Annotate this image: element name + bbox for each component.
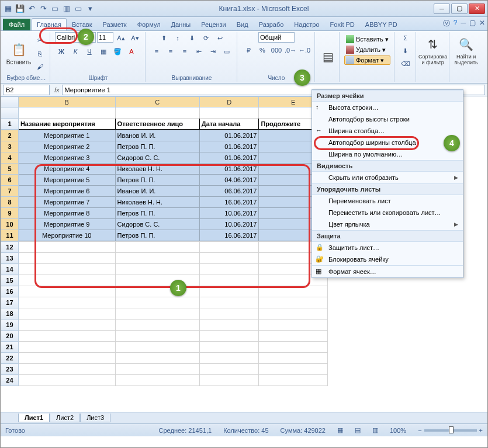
cell-person[interactable]: Николаев Н. Н. bbox=[115, 164, 199, 175]
empty-cell[interactable] bbox=[115, 297, 199, 308]
cell-person[interactable]: Сидоров С. С. bbox=[115, 219, 199, 230]
row-hdr[interactable]: 10 bbox=[1, 219, 19, 230]
minimize-button[interactable]: ─ bbox=[434, 4, 450, 14]
fx-label[interactable]: fx bbox=[52, 86, 62, 93]
cell-date[interactable]: 04.06.2017 bbox=[199, 175, 259, 186]
cell-name[interactable]: Мероприятие 2 bbox=[18, 141, 115, 152]
cell-person[interactable]: Иванов И. И. bbox=[115, 130, 199, 141]
tab-foxit[interactable]: Foxit PD bbox=[325, 18, 360, 30]
empty-cell[interactable] bbox=[115, 342, 199, 353]
qat-icon[interactable]: ▥ bbox=[61, 4, 72, 14]
menu-row-height[interactable]: ↕Высота строки… bbox=[312, 102, 463, 113]
cell-date[interactable]: 01.06.2017 bbox=[199, 141, 259, 152]
cell-person[interactable]: Петров П. П. bbox=[115, 208, 199, 219]
redo-icon[interactable]: ↷ bbox=[38, 4, 49, 14]
tab-formulas[interactable]: Формул bbox=[132, 18, 166, 30]
empty-cell[interactable] bbox=[199, 375, 259, 386]
cells-insert[interactable]: Вставить▾ bbox=[344, 34, 390, 44]
empty-cell[interactable] bbox=[18, 342, 115, 353]
row-hdr[interactable]: 16 bbox=[1, 286, 19, 297]
row-gap[interactable] bbox=[1, 107, 19, 119]
italic-icon[interactable]: К bbox=[69, 46, 82, 57]
empty-cell[interactable] bbox=[199, 331, 259, 342]
header-date[interactable]: Дата начала bbox=[199, 119, 259, 130]
empty-cell[interactable] bbox=[199, 353, 259, 364]
empty-cell[interactable] bbox=[199, 297, 259, 308]
col-c[interactable]: C bbox=[115, 97, 199, 107]
tab-layout[interactable]: Разметк bbox=[97, 18, 131, 30]
tab-data[interactable]: Данны bbox=[166, 18, 196, 30]
row-hdr[interactable]: 5 bbox=[1, 164, 19, 175]
tab-abbyy[interactable]: ABBYY PD bbox=[360, 18, 403, 30]
sheet-tab-3[interactable]: Лист3 bbox=[80, 414, 110, 422]
row-hdr[interactable]: 2 bbox=[1, 130, 19, 141]
empty-cell[interactable] bbox=[259, 375, 328, 386]
sort-filter-button[interactable]: ⇅ Сортировка и фильтр bbox=[421, 32, 445, 70]
empty-cell[interactable] bbox=[115, 275, 199, 286]
sheet-tab-1[interactable]: Лист1 bbox=[18, 414, 50, 422]
empty-cell[interactable] bbox=[115, 353, 199, 364]
maximize-button[interactable]: ▢ bbox=[451, 4, 468, 14]
autosum-icon[interactable]: Σ bbox=[399, 32, 412, 44]
font-color-icon[interactable]: A bbox=[125, 46, 138, 57]
menu-format-cells[interactable]: ▦Формат ячеек… bbox=[312, 265, 463, 277]
empty-cell[interactable] bbox=[199, 364, 259, 375]
align-left-icon[interactable]: ≡ bbox=[150, 46, 163, 57]
row-hdr[interactable]: 11 bbox=[1, 230, 19, 241]
empty-cell[interactable] bbox=[199, 253, 259, 264]
fill-icon[interactable]: ⬇ bbox=[399, 45, 412, 57]
cut-icon[interactable]: ✂ bbox=[33, 35, 46, 47]
name-box[interactable]: B2 bbox=[3, 85, 50, 95]
view-break-icon[interactable]: ▥ bbox=[372, 426, 378, 434]
number-format[interactable]: Общий bbox=[258, 32, 295, 43]
empty-cell[interactable] bbox=[259, 331, 328, 342]
percent-icon[interactable]: % bbox=[256, 44, 269, 56]
wrap-text-icon[interactable]: ↩ bbox=[213, 32, 226, 44]
empty-cell[interactable] bbox=[115, 242, 199, 253]
row-hdr[interactable]: 15 bbox=[1, 275, 19, 286]
comma-icon[interactable]: 000 bbox=[270, 44, 283, 56]
help-icon[interactable]: ? bbox=[454, 19, 458, 29]
tab-view[interactable]: Вид bbox=[231, 18, 254, 30]
empty-cell[interactable] bbox=[115, 319, 199, 331]
align-top-icon[interactable]: ⬆ bbox=[157, 32, 170, 44]
increase-indent-icon[interactable]: ⇥ bbox=[206, 46, 219, 57]
empty-cell[interactable] bbox=[259, 353, 328, 364]
decrease-decimal-icon[interactable]: ←.0 bbox=[298, 44, 311, 56]
qat-icon[interactable]: ▭ bbox=[73, 4, 84, 14]
row-hdr[interactable]: 4 bbox=[1, 152, 19, 164]
zoom-level[interactable]: 100% bbox=[390, 427, 406, 434]
close-button[interactable]: ✕ bbox=[469, 4, 485, 14]
column-headers[interactable]: B C D E bbox=[1, 97, 328, 107]
qat-icon[interactable]: ▭ bbox=[50, 4, 60, 14]
menu-tab-color[interactable]: Цвет ярлычка▶ bbox=[312, 218, 463, 230]
empty-cell[interactable] bbox=[115, 253, 199, 264]
file-tab[interactable]: Файл bbox=[3, 19, 30, 30]
empty-cell[interactable] bbox=[115, 331, 199, 342]
cell-date[interactable]: 01.06.2017 bbox=[199, 164, 259, 175]
undo-icon[interactable]: ↶ bbox=[26, 4, 37, 14]
cell-date[interactable]: 16.06.2017 bbox=[199, 197, 259, 208]
window-close-icon[interactable]: ✕ bbox=[479, 19, 485, 29]
empty-cell[interactable] bbox=[259, 297, 328, 308]
cell-date[interactable]: 16.06.2017 bbox=[199, 230, 259, 241]
zoom-out-icon[interactable]: − bbox=[418, 427, 421, 434]
row-hdr[interactable]: 23 bbox=[1, 364, 19, 375]
menu-protect-sheet[interactable]: 🔒Защитить лист… bbox=[312, 242, 463, 253]
cell-person[interactable]: Николаев Н. Н. bbox=[115, 197, 199, 208]
cell-date[interactable]: 06.06.2017 bbox=[199, 186, 259, 197]
tab-addins[interactable]: Надстро bbox=[289, 18, 324, 30]
empty-cell[interactable] bbox=[115, 264, 199, 275]
align-bottom-icon[interactable]: ⬇ bbox=[185, 32, 198, 44]
empty-cell[interactable] bbox=[199, 308, 259, 319]
empty-cell[interactable] bbox=[259, 319, 328, 331]
sheet-tab-2[interactable]: Лист2 bbox=[50, 414, 80, 422]
col-b[interactable]: B bbox=[18, 97, 115, 107]
empty-cell[interactable] bbox=[199, 242, 259, 253]
cell-date[interactable]: 10.06.2017 bbox=[199, 208, 259, 219]
menu-rename[interactable]: Переименовать лист bbox=[312, 195, 463, 207]
row-hdr[interactable]: 20 bbox=[1, 331, 19, 342]
align-right-icon[interactable]: ≡ bbox=[178, 46, 191, 57]
cell-name[interactable]: Мероприятие 7 bbox=[18, 197, 115, 208]
menu-autofit-col[interactable]: Автоподбор ширины столбца bbox=[312, 137, 463, 148]
